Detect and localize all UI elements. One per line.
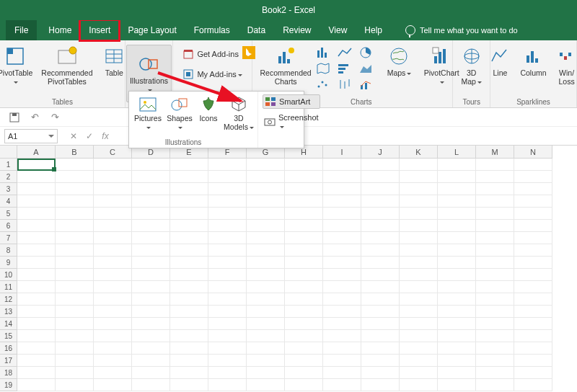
cell[interactable]: [285, 171, 323, 183]
cell[interactable]: [170, 355, 208, 367]
tab-view[interactable]: View: [320, 20, 356, 40]
cell[interactable]: [94, 171, 132, 183]
cell[interactable]: [94, 318, 132, 330]
cell[interactable]: [514, 281, 552, 293]
row-header[interactable]: 15: [0, 330, 17, 342]
cell[interactable]: [132, 342, 170, 355]
cell[interactable]: [170, 220, 208, 232]
cell[interactable]: [514, 318, 552, 330]
cell[interactable]: [438, 208, 476, 220]
column-header[interactable]: L: [438, 146, 476, 159]
cell[interactable]: [132, 232, 170, 244]
cell[interactable]: [94, 195, 132, 208]
cell[interactable]: [247, 318, 285, 330]
cell[interactable]: [247, 281, 285, 293]
cell[interactable]: [56, 159, 94, 171]
column-header[interactable]: A: [17, 146, 56, 159]
cell[interactable]: [285, 367, 323, 379]
cell[interactable]: [94, 232, 132, 244]
cell[interactable]: [400, 342, 438, 355]
cell[interactable]: [208, 330, 247, 342]
cell[interactable]: [361, 269, 400, 281]
column-header[interactable]: C: [94, 146, 132, 159]
cell[interactable]: [132, 244, 170, 257]
chart-stock-icon[interactable]: [337, 78, 357, 92]
name-box[interactable]: A1: [4, 129, 58, 143]
cell[interactable]: [438, 367, 476, 379]
cell[interactable]: [56, 367, 94, 379]
cell[interactable]: [514, 220, 552, 232]
cell[interactable]: [247, 342, 285, 355]
tab-file[interactable]: File: [6, 20, 37, 40]
column-header[interactable]: I: [323, 146, 361, 159]
cell[interactable]: [208, 269, 247, 281]
cell[interactable]: [323, 208, 361, 220]
cell[interactable]: [17, 379, 56, 391]
cell[interactable]: [400, 220, 438, 232]
row-header[interactable]: 16: [0, 342, 17, 355]
cell[interactable]: [17, 342, 56, 355]
cell[interactable]: [56, 183, 94, 195]
chart-column-icon[interactable]: [315, 46, 335, 61]
cell[interactable]: [476, 269, 514, 281]
cell[interactable]: [285, 220, 323, 232]
row-header[interactable]: 11: [0, 281, 17, 293]
cell[interactable]: [208, 306, 247, 318]
cell[interactable]: [476, 171, 514, 183]
cell[interactable]: [132, 379, 170, 391]
cell[interactable]: [285, 355, 323, 367]
cell[interactable]: [476, 220, 514, 232]
cell[interactable]: [170, 257, 208, 269]
insert-function-button[interactable]: fx: [100, 131, 111, 141]
cell[interactable]: [514, 171, 552, 183]
cell[interactable]: [361, 171, 400, 183]
cell[interactable]: [323, 306, 361, 318]
cell[interactable]: [132, 220, 170, 232]
cell[interactable]: [323, 355, 361, 367]
cell[interactable]: [400, 195, 438, 208]
cell[interactable]: [94, 244, 132, 257]
cell[interactable]: [94, 183, 132, 195]
cell[interactable]: [514, 257, 552, 269]
cell[interactable]: [170, 269, 208, 281]
cell[interactable]: [56, 257, 94, 269]
cell[interactable]: [247, 257, 285, 269]
cell[interactable]: [438, 355, 476, 367]
cell[interactable]: [323, 220, 361, 232]
cell[interactable]: [476, 257, 514, 269]
cell[interactable]: [56, 355, 94, 367]
cell[interactable]: [476, 293, 514, 306]
cell[interactable]: [400, 379, 438, 391]
smartart-button[interactable]: SmartArt: [263, 94, 320, 109]
cell[interactable]: [17, 257, 56, 269]
cell[interactable]: [17, 159, 56, 171]
cell[interactable]: [17, 306, 56, 318]
get-addins-button[interactable]: Get Add-ins: [181, 48, 239, 61]
row-header[interactable]: 3: [0, 183, 17, 195]
cell[interactable]: [361, 244, 400, 257]
enter-formula-button[interactable]: ✓: [84, 131, 95, 141]
cell[interactable]: [361, 208, 400, 220]
row-header[interactable]: 7: [0, 232, 17, 244]
cell[interactable]: [247, 355, 285, 367]
cell[interactable]: [285, 342, 323, 355]
cell[interactable]: [400, 281, 438, 293]
cell[interactable]: [400, 171, 438, 183]
chart-area-icon[interactable]: [358, 62, 379, 76]
cell[interactable]: [17, 355, 56, 367]
row-header[interactable]: 13: [0, 306, 17, 318]
cell[interactable]: [476, 244, 514, 257]
cell[interactable]: [400, 306, 438, 318]
cell[interactable]: [361, 318, 400, 330]
row-header[interactable]: 8: [0, 244, 17, 257]
cell[interactable]: [323, 171, 361, 183]
cell[interactable]: [361, 195, 400, 208]
cell[interactable]: [56, 208, 94, 220]
row-header[interactable]: 1: [0, 159, 17, 171]
cell[interactable]: [208, 342, 247, 355]
cell[interactable]: [208, 159, 247, 171]
cell[interactable]: [247, 330, 285, 342]
cell[interactable]: [170, 232, 208, 244]
cell[interactable]: [247, 367, 285, 379]
cell[interactable]: [361, 367, 400, 379]
